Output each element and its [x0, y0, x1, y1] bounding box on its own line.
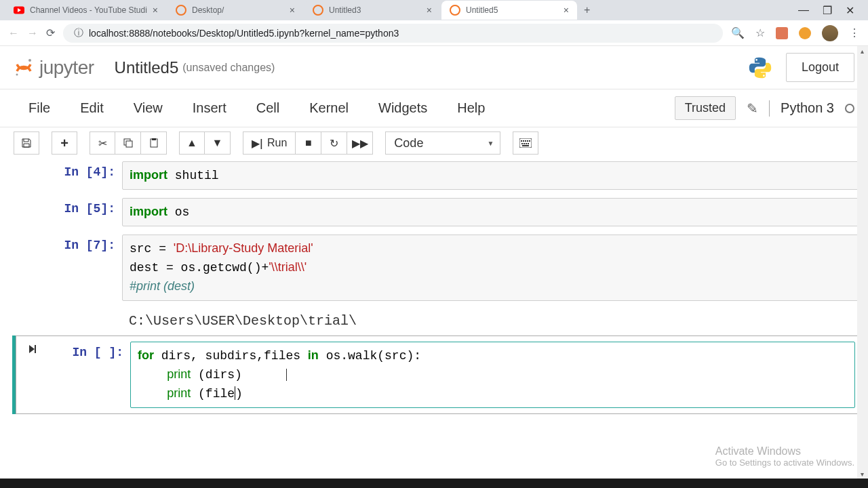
- reload-button[interactable]: ⟳: [46, 26, 55, 39]
- scrollbar[interactable]: ▴ ▾: [857, 46, 868, 479]
- menu-kernel[interactable]: Kernel: [294, 95, 363, 121]
- new-tab-button[interactable]: +: [578, 4, 595, 16]
- back-button[interactable]: ←: [8, 27, 19, 39]
- cell-prompt: In [5]:: [7, 198, 122, 226]
- svg-point-2: [313, 5, 323, 15]
- run-icon: ▶ǀ: [252, 137, 263, 150]
- divider: [769, 100, 770, 117]
- jupyter-logo-icon: [14, 58, 34, 78]
- move-up-button[interactable]: ▲: [179, 131, 205, 155]
- command-palette-button[interactable]: [513, 131, 538, 155]
- tab-youtube[interactable]: Channel Videos - YouTube Studi ×: [5, 1, 166, 20]
- profile-avatar[interactable]: [822, 25, 838, 41]
- tab-untitled5[interactable]: Untitled5 ×: [441, 1, 577, 20]
- run-label: Run: [267, 137, 287, 149]
- svg-rect-15: [525, 140, 526, 142]
- jupyter-logo[interactable]: jupyter: [14, 57, 94, 79]
- move-down-button[interactable]: ▼: [205, 131, 231, 155]
- close-icon[interactable]: ×: [427, 5, 432, 16]
- kernel-name[interactable]: Python 3: [781, 100, 834, 116]
- restart-run-all-button[interactable]: ▶▶: [347, 131, 373, 155]
- cell-type-select[interactable]: Code: [385, 131, 500, 155]
- code-cell[interactable]: In [7]: src = 'D:\Library-Study Material…: [7, 235, 861, 301]
- close-icon[interactable]: ×: [564, 5, 569, 16]
- code-cell[interactable]: In [5]: import os: [7, 198, 861, 226]
- svg-point-5: [16, 73, 18, 75]
- stop-button[interactable]: ■: [296, 131, 321, 155]
- edit-icon[interactable]: ✎: [747, 100, 758, 117]
- svg-point-6: [755, 58, 757, 60]
- cell-input[interactable]: for dirs, subdirs,files in os.walk(src):…: [130, 342, 855, 408]
- run-button[interactable]: ▶ǀ Run: [243, 131, 296, 155]
- svg-point-4: [28, 59, 31, 62]
- scroll-down-icon[interactable]: ▾: [857, 469, 867, 479]
- menu-widgets[interactable]: Widgets: [363, 95, 442, 121]
- toolbar: + ✂ ▲ ▼ ▶ǀ Run ■ ↻ ▶▶ Code: [0, 127, 868, 159]
- svg-point-7: [763, 75, 765, 77]
- minimize-icon[interactable]: —: [798, 4, 809, 17]
- svg-rect-21: [528, 143, 529, 144]
- save-button[interactable]: [14, 131, 39, 155]
- tab-label: Untitled5: [466, 5, 498, 15]
- jupyter-favicon: [176, 5, 186, 16]
- menu-insert[interactable]: Insert: [178, 95, 241, 121]
- cell-prompt: In [ ]:: [42, 342, 130, 408]
- svg-rect-11: [152, 138, 156, 140]
- jupyter-favicon: [450, 5, 460, 16]
- menu-file[interactable]: File: [14, 95, 65, 121]
- menu-bar: File Edit View Insert Cell Kernel Widget…: [0, 89, 868, 127]
- zoom-icon[interactable]: 🔍: [731, 26, 745, 39]
- watermark: Activate Windows Go to Settings to activ…: [715, 445, 854, 468]
- scroll-up-icon[interactable]: ▴: [857, 46, 867, 56]
- cell-input[interactable]: import shutil: [122, 161, 861, 190]
- svg-point-1: [176, 5, 186, 15]
- extension-icon[interactable]: [799, 27, 811, 39]
- watermark-title: Activate Windows: [715, 445, 854, 458]
- bookmark-icon[interactable]: ☆: [755, 26, 765, 39]
- close-window-icon[interactable]: ✕: [846, 4, 854, 17]
- jupyter-header: jupyter Untitled5 (unsaved changes) Logo…: [0, 46, 868, 89]
- code-cell[interactable]: In [4]: import shutil: [7, 161, 861, 190]
- menu-edit[interactable]: Edit: [65, 95, 118, 121]
- url-input[interactable]: ⓘ localhost:8888/notebooks/Desktop/Untit…: [63, 24, 723, 43]
- svg-point-3: [450, 5, 460, 15]
- tab-desktop[interactable]: Desktop/ ×: [167, 1, 303, 20]
- code-cell-selected[interactable]: In [ ]: for dirs, subdirs,files in os.wa…: [12, 336, 861, 414]
- notebook-title[interactable]: Untitled5: [115, 58, 179, 77]
- close-icon[interactable]: ×: [153, 5, 158, 16]
- cell-prompt: In [4]:: [7, 161, 122, 190]
- chrome-menu-icon[interactable]: ⋮: [849, 26, 860, 39]
- logout-button[interactable]: Logout: [786, 53, 854, 82]
- cell-input[interactable]: src = 'D:\Library-Study Material' dest =…: [122, 235, 861, 301]
- python-logo-icon: [748, 56, 772, 80]
- unsaved-indicator: (unsaved changes): [182, 62, 275, 74]
- maximize-icon[interactable]: ❐: [823, 4, 832, 17]
- menu-help[interactable]: Help: [442, 95, 500, 121]
- restart-button[interactable]: ↻: [321, 131, 347, 155]
- close-icon[interactable]: ×: [290, 5, 295, 16]
- cut-button[interactable]: ✂: [90, 131, 115, 155]
- forward-button[interactable]: →: [27, 27, 38, 39]
- cell-prompt: In [7]:: [7, 235, 122, 301]
- browser-tab-bar: Channel Videos - YouTube Studi × Desktop…: [0, 0, 868, 20]
- run-indicator-icon[interactable]: [22, 342, 42, 408]
- bottom-bar: [0, 479, 868, 488]
- trusted-badge[interactable]: Trusted: [675, 96, 736, 120]
- tab-untitled3[interactable]: Untitled3 ×: [304, 1, 440, 20]
- kernel-idle-icon: [845, 104, 854, 113]
- cell-input[interactable]: import os: [122, 198, 861, 226]
- menu-view[interactable]: View: [119, 95, 178, 121]
- extension-icon[interactable]: [776, 27, 788, 39]
- tab-label: Desktop/: [192, 5, 224, 15]
- paste-button[interactable]: [141, 131, 167, 155]
- svg-rect-20: [526, 143, 527, 144]
- copy-button[interactable]: [115, 131, 141, 155]
- menu-cell[interactable]: Cell: [241, 95, 294, 121]
- svg-rect-9: [126, 141, 132, 147]
- tab-label: Untitled3: [329, 5, 361, 15]
- cell-output: C:\Users\USER\Desktop\trial\: [122, 309, 868, 333]
- jupyter-logo-text: jupyter: [39, 57, 94, 79]
- svg-rect-19: [524, 143, 525, 144]
- add-cell-button[interactable]: +: [52, 131, 77, 155]
- site-info-icon[interactable]: ⓘ: [74, 27, 83, 39]
